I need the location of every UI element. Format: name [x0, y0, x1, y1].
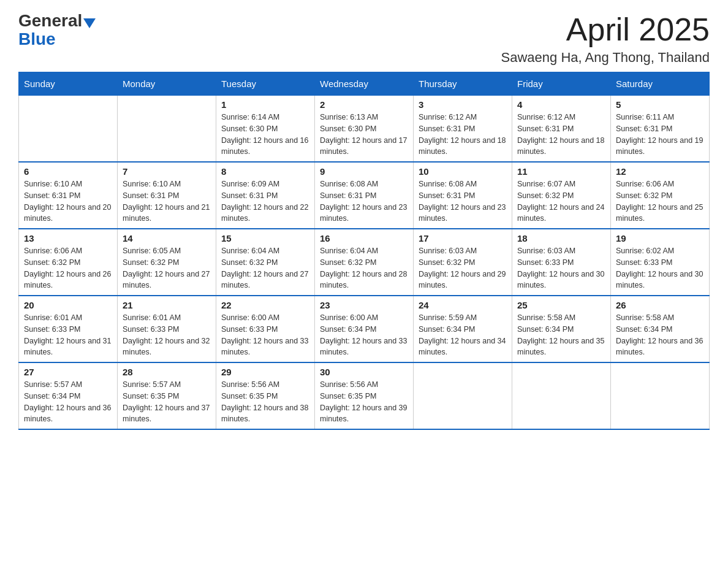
- calendar-cell: 3Sunrise: 6:12 AMSunset: 6:31 PMDaylight…: [414, 96, 512, 163]
- calendar-cell: 8Sunrise: 6:09 AMSunset: 6:31 PMDaylight…: [216, 162, 315, 229]
- day-info: Sunrise: 6:00 AMSunset: 6:34 PMDaylight:…: [320, 312, 408, 358]
- calendar-cell: [118, 96, 216, 163]
- calendar-cell: 14Sunrise: 6:05 AMSunset: 6:32 PMDayligh…: [118, 229, 216, 296]
- day-number: 22: [221, 300, 309, 310]
- page-title: April 2025: [501, 12, 710, 47]
- calendar-cell: 20Sunrise: 6:01 AMSunset: 6:33 PMDayligh…: [19, 296, 118, 362]
- day-info: Sunrise: 5:56 AMSunset: 6:35 PMDaylight:…: [320, 379, 408, 425]
- day-info: Sunrise: 6:05 AMSunset: 6:32 PMDaylight:…: [123, 245, 211, 291]
- day-info: Sunrise: 5:57 AMSunset: 6:34 PMDaylight:…: [24, 379, 112, 425]
- calendar-week-2: 6Sunrise: 6:10 AMSunset: 6:31 PMDaylight…: [19, 162, 710, 229]
- calendar-cell: 25Sunrise: 5:58 AMSunset: 6:34 PMDayligh…: [512, 296, 611, 362]
- day-info: Sunrise: 5:56 AMSunset: 6:35 PMDaylight:…: [221, 379, 309, 425]
- day-number: 7: [123, 166, 211, 177]
- calendar-cell: 15Sunrise: 6:04 AMSunset: 6:32 PMDayligh…: [216, 229, 315, 296]
- day-info: Sunrise: 6:04 AMSunset: 6:32 PMDaylight:…: [320, 245, 408, 291]
- day-number: 9: [320, 166, 408, 177]
- day-number: 18: [517, 233, 605, 243]
- day-number: 12: [616, 166, 704, 177]
- calendar-cell: 17Sunrise: 6:03 AMSunset: 6:32 PMDayligh…: [414, 229, 512, 296]
- day-info: Sunrise: 6:09 AMSunset: 6:31 PMDaylight:…: [221, 178, 309, 224]
- calendar-cell: [414, 362, 512, 429]
- calendar-cell: 24Sunrise: 5:59 AMSunset: 6:34 PMDayligh…: [414, 296, 512, 362]
- weekday-header-row: SundayMondayTuesdayWednesdayThursdayFrid…: [19, 72, 710, 96]
- day-number: 24: [419, 300, 507, 310]
- day-info: Sunrise: 6:13 AMSunset: 6:30 PMDaylight:…: [320, 112, 408, 158]
- weekday-header-monday: Monday: [118, 72, 216, 96]
- calendar-cell: 10Sunrise: 6:08 AMSunset: 6:31 PMDayligh…: [414, 162, 512, 229]
- logo-blue-text: Blue: [18, 29, 56, 49]
- calendar-cell: 4Sunrise: 6:12 AMSunset: 6:31 PMDaylight…: [512, 96, 611, 163]
- calendar-cell: 13Sunrise: 6:06 AMSunset: 6:32 PMDayligh…: [19, 229, 118, 296]
- weekday-header-wednesday: Wednesday: [315, 72, 414, 96]
- subtitle: Sawaeng Ha, Ang Thong, Thailand: [501, 50, 710, 66]
- calendar-header: SundayMondayTuesdayWednesdayThursdayFrid…: [19, 72, 710, 96]
- logo-general-text: General: [18, 12, 82, 29]
- day-number: 5: [616, 99, 704, 110]
- day-info: Sunrise: 6:11 AMSunset: 6:31 PMDaylight:…: [616, 112, 704, 158]
- calendar-cell: 27Sunrise: 5:57 AMSunset: 6:34 PMDayligh…: [19, 362, 118, 429]
- weekday-header-tuesday: Tuesday: [216, 72, 315, 96]
- calendar-cell: [19, 96, 118, 163]
- day-number: 29: [221, 367, 309, 377]
- day-number: 10: [419, 166, 507, 177]
- calendar-cell: 19Sunrise: 6:02 AMSunset: 6:33 PMDayligh…: [611, 229, 710, 296]
- calendar-cell: 21Sunrise: 6:01 AMSunset: 6:33 PMDayligh…: [118, 296, 216, 362]
- day-info: Sunrise: 6:14 AMSunset: 6:30 PMDaylight:…: [221, 112, 309, 158]
- day-number: 17: [419, 233, 507, 243]
- day-number: 27: [24, 367, 112, 377]
- day-info: Sunrise: 5:57 AMSunset: 6:35 PMDaylight:…: [123, 379, 211, 425]
- day-info: Sunrise: 6:10 AMSunset: 6:31 PMDaylight:…: [123, 178, 211, 224]
- day-info: Sunrise: 6:06 AMSunset: 6:32 PMDaylight:…: [616, 178, 704, 224]
- weekday-header-friday: Friday: [512, 72, 611, 96]
- day-number: 4: [517, 99, 605, 110]
- title-area: April 2025 Sawaeng Ha, Ang Thong, Thaila…: [501, 12, 710, 66]
- day-info: Sunrise: 6:00 AMSunset: 6:33 PMDaylight:…: [221, 312, 309, 358]
- calendar-week-3: 13Sunrise: 6:06 AMSunset: 6:32 PMDayligh…: [19, 229, 710, 296]
- logo: General: [18, 12, 96, 29]
- calendar-week-1: 1Sunrise: 6:14 AMSunset: 6:30 PMDaylight…: [19, 96, 710, 163]
- day-info: Sunrise: 6:03 AMSunset: 6:33 PMDaylight:…: [517, 245, 605, 291]
- calendar-cell: 5Sunrise: 6:11 AMSunset: 6:31 PMDaylight…: [611, 96, 710, 163]
- calendar-cell: 18Sunrise: 6:03 AMSunset: 6:33 PMDayligh…: [512, 229, 611, 296]
- calendar-cell: 9Sunrise: 6:08 AMSunset: 6:31 PMDaylight…: [315, 162, 414, 229]
- calendar-cell: 16Sunrise: 6:04 AMSunset: 6:32 PMDayligh…: [315, 229, 414, 296]
- day-number: 20: [24, 300, 112, 310]
- calendar-cell: [611, 362, 710, 429]
- calendar-week-4: 20Sunrise: 6:01 AMSunset: 6:33 PMDayligh…: [19, 296, 710, 362]
- day-number: 1: [221, 99, 309, 110]
- calendar-cell: 26Sunrise: 5:58 AMSunset: 6:34 PMDayligh…: [611, 296, 710, 362]
- calendar-table: SundayMondayTuesdayWednesdayThursdayFrid…: [18, 72, 710, 430]
- calendar-cell: 6Sunrise: 6:10 AMSunset: 6:31 PMDaylight…: [19, 162, 118, 229]
- day-info: Sunrise: 6:02 AMSunset: 6:33 PMDaylight:…: [616, 245, 704, 291]
- calendar-cell: 7Sunrise: 6:10 AMSunset: 6:31 PMDaylight…: [118, 162, 216, 229]
- day-info: Sunrise: 6:10 AMSunset: 6:31 PMDaylight:…: [24, 178, 112, 224]
- calendar-cell: 12Sunrise: 6:06 AMSunset: 6:32 PMDayligh…: [611, 162, 710, 229]
- calendar-cell: 11Sunrise: 6:07 AMSunset: 6:32 PMDayligh…: [512, 162, 611, 229]
- day-info: Sunrise: 6:01 AMSunset: 6:33 PMDaylight:…: [123, 312, 211, 358]
- weekday-header-thursday: Thursday: [414, 72, 512, 96]
- day-number: 3: [419, 99, 507, 110]
- day-number: 28: [123, 367, 211, 377]
- weekday-header-sunday: Sunday: [19, 72, 118, 96]
- calendar-week-5: 27Sunrise: 5:57 AMSunset: 6:34 PMDayligh…: [19, 362, 710, 429]
- day-info: Sunrise: 6:04 AMSunset: 6:32 PMDaylight:…: [221, 245, 309, 291]
- day-info: Sunrise: 6:12 AMSunset: 6:31 PMDaylight:…: [517, 112, 605, 158]
- calendar-cell: 29Sunrise: 5:56 AMSunset: 6:35 PMDayligh…: [216, 362, 315, 429]
- calendar-cell: [512, 362, 611, 429]
- header: General Blue April 2025 Sawaeng Ha, Ang …: [18, 12, 710, 66]
- day-info: Sunrise: 5:59 AMSunset: 6:34 PMDaylight:…: [419, 312, 507, 358]
- day-info: Sunrise: 6:07 AMSunset: 6:32 PMDaylight:…: [517, 178, 605, 224]
- day-info: Sunrise: 6:06 AMSunset: 6:32 PMDaylight:…: [24, 245, 112, 291]
- day-number: 8: [221, 166, 309, 177]
- weekday-header-saturday: Saturday: [611, 72, 710, 96]
- day-number: 23: [320, 300, 408, 310]
- calendar-cell: 28Sunrise: 5:57 AMSunset: 6:35 PMDayligh…: [118, 362, 216, 429]
- day-info: Sunrise: 6:08 AMSunset: 6:31 PMDaylight:…: [419, 178, 507, 224]
- day-info: Sunrise: 5:58 AMSunset: 6:34 PMDaylight:…: [616, 312, 704, 358]
- day-info: Sunrise: 6:01 AMSunset: 6:33 PMDaylight:…: [24, 312, 112, 358]
- day-number: 6: [24, 166, 112, 177]
- day-number: 26: [616, 300, 704, 310]
- calendar-cell: 23Sunrise: 6:00 AMSunset: 6:34 PMDayligh…: [315, 296, 414, 362]
- calendar-cell: 30Sunrise: 5:56 AMSunset: 6:35 PMDayligh…: [315, 362, 414, 429]
